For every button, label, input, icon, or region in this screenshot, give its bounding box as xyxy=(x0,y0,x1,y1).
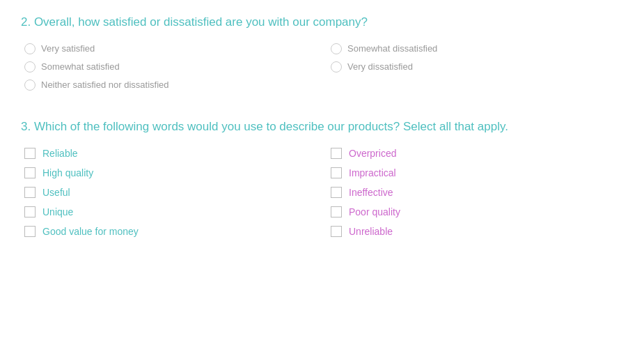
checkbox-ineffective[interactable]: Ineffective xyxy=(331,187,623,198)
checkbox-square-unreliable xyxy=(331,226,342,237)
radio-label-somewhat-satisfied: Somewhat satisfied xyxy=(41,61,120,72)
checkbox-square-overpriced xyxy=(331,148,342,159)
checkbox-square-ineffective xyxy=(331,187,342,198)
radio-circle-very-satisfied xyxy=(24,43,36,54)
checkbox-square-unique xyxy=(24,206,36,217)
checkbox-useful[interactable]: Useful xyxy=(24,187,317,198)
radio-circle-somewhat-satisfied xyxy=(24,61,36,72)
checkbox-label-ineffective: Ineffective xyxy=(349,187,393,198)
checkbox-reliable[interactable]: Reliable xyxy=(24,148,317,159)
checkbox-label-unique: Unique xyxy=(42,206,73,217)
checkbox-high-quality[interactable]: High quality xyxy=(24,167,317,178)
checkbox-square-high-quality xyxy=(24,167,36,178)
checkbox-square-impractical xyxy=(331,167,342,178)
checkbox-square-good-value xyxy=(24,226,36,237)
question-2-title: 2. Overall, how satisfied or dissatisfie… xyxy=(21,14,623,31)
question-3-title: 3. Which of the following words would yo… xyxy=(21,119,623,135)
radio-circle-very-dissatisfied xyxy=(331,61,342,72)
checkbox-label-useful: Useful xyxy=(42,187,70,198)
radio-label-neither: Neither satisfied nor dissatisfied xyxy=(41,79,169,90)
checkbox-square-useful xyxy=(24,187,36,198)
checkbox-label-impractical: Impractical xyxy=(349,167,396,178)
radio-neither[interactable]: Neither satisfied nor dissatisfied xyxy=(24,79,317,91)
question-2-section: 2. Overall, how satisfied or dissatisfie… xyxy=(21,14,623,91)
checkbox-unique[interactable]: Unique xyxy=(24,206,317,217)
checkbox-label-overpriced: Overpriced xyxy=(349,148,396,159)
question-3-section: 3. Which of the following words would yo… xyxy=(21,119,623,237)
question-3-options: Reliable Overpriced High quality Impract… xyxy=(21,148,623,237)
checkbox-label-high-quality: High quality xyxy=(42,167,93,178)
checkbox-label-reliable: Reliable xyxy=(42,148,78,159)
radio-label-very-satisfied: Very satisfied xyxy=(41,43,95,54)
radio-very-dissatisfied[interactable]: Very dissatisfied xyxy=(331,61,623,72)
checkbox-impractical[interactable]: Impractical xyxy=(331,167,623,178)
checkbox-label-poor-quality: Poor quality xyxy=(349,206,400,217)
radio-very-satisfied[interactable]: Very satisfied xyxy=(24,43,317,54)
radio-label-very-dissatisfied: Very dissatisfied xyxy=(347,61,413,72)
checkbox-unreliable[interactable]: Unreliable xyxy=(331,226,623,237)
radio-circle-somewhat-dissatisfied xyxy=(331,43,342,54)
question-2-options: Very satisfied Somewhat dissatisfied Som… xyxy=(21,43,623,91)
checkbox-square-poor-quality xyxy=(331,206,342,217)
radio-somewhat-dissatisfied[interactable]: Somewhat dissatisfied xyxy=(331,43,623,54)
checkbox-square-reliable xyxy=(24,148,36,159)
radio-circle-neither xyxy=(24,79,36,91)
checkbox-label-unreliable: Unreliable xyxy=(349,226,393,237)
radio-somewhat-satisfied[interactable]: Somewhat satisfied xyxy=(24,61,317,72)
checkbox-good-value[interactable]: Good value for money xyxy=(24,226,317,237)
checkbox-label-good-value: Good value for money xyxy=(42,226,139,237)
checkbox-poor-quality[interactable]: Poor quality xyxy=(331,206,623,217)
checkbox-overpriced[interactable]: Overpriced xyxy=(331,148,623,159)
radio-label-somewhat-dissatisfied: Somewhat dissatisfied xyxy=(347,43,437,54)
